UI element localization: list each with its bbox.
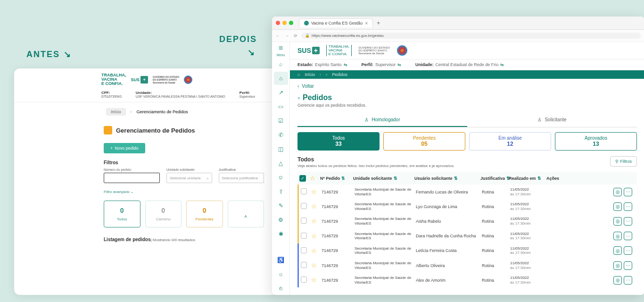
table-row[interactable]: ☆7146729Secretaria Municipal de Saúde de… (297, 258, 637, 273)
filter-num-input[interactable] (104, 173, 160, 183)
menu-icon[interactable]: ≡ (279, 44, 283, 52)
row-checkbox[interactable] (301, 247, 307, 253)
window-controls[interactable] (276, 21, 293, 25)
more-button[interactable]: ⋯ (624, 202, 632, 211)
back-link[interactable]: ‹Voltar (297, 84, 637, 89)
close-tab-icon[interactable]: × (365, 20, 368, 26)
more-button[interactable]: ⋯ (624, 246, 632, 255)
col-date[interactable]: Realizado em⇅ (509, 176, 546, 181)
forward-icon[interactable]: → (285, 34, 289, 38)
browser-tab[interactable]: Vacina e Confia ES Gestão × (299, 18, 373, 27)
col-unid[interactable]: Unidade solicitante⇅ (353, 176, 414, 181)
filter-unid-select[interactable]: Selecione unidade⌕ (166, 173, 212, 183)
edit-icon[interactable]: ✎ (274, 199, 288, 212)
filter-just-select[interactable]: Selecione justificativa (219, 173, 264, 183)
tab-solicitante[interactable]: ♙Solicitante (467, 113, 637, 127)
cube-icon[interactable]: ◫ (274, 143, 288, 156)
more-button[interactable]: ⋯ (624, 276, 632, 285)
table-row[interactable]: ☆7146729Secretaria Municipal de Saúde de… (297, 214, 637, 228)
col-num[interactable]: Nº Pedido⇅ (320, 176, 353, 181)
status-aprovados[interactable]: Aprovados13 (555, 132, 637, 151)
external-link-icon[interactable]: ↗ (274, 86, 288, 99)
row-checkbox[interactable] (301, 233, 307, 239)
user-icon[interactable]: ☺ (274, 171, 288, 184)
logout-icon[interactable]: ⎋ (274, 282, 288, 295)
status-todos[interactable]: Todos33 (297, 132, 380, 151)
search-icon[interactable]: ⌕ (274, 58, 288, 71)
star-icon[interactable]: ☆ (311, 262, 317, 269)
stat-pendentes[interactable]: 0Pendentes (186, 201, 223, 227)
swap-icon[interactable]: ⇆ (344, 62, 347, 67)
new-order-button[interactable]: +Novo pedido (104, 143, 145, 153)
view-button[interactable]: ◎ (613, 261, 622, 270)
star-icon[interactable]: ☆ (310, 175, 315, 182)
star-icon[interactable]: ☆ (311, 247, 317, 254)
star-icon[interactable]: ☆ (311, 277, 317, 284)
view-button[interactable]: ◎ (613, 202, 622, 211)
view-button[interactable]: ◎ (613, 246, 622, 255)
star-icon[interactable]: ☆ (311, 233, 317, 240)
view-button[interactable]: ◎ (613, 188, 622, 196)
view-button[interactable]: ◎ (613, 232, 622, 240)
row-checkbox[interactable] (301, 188, 307, 194)
syringe-icon[interactable]: ✱ (274, 227, 288, 241)
logo-vacina: TRABALHA, VACINA E CONFIA. (101, 73, 126, 86)
stat-partial[interactable]: A (228, 201, 264, 227)
phone-icon[interactable]: ✆ (274, 128, 288, 142)
star-icon[interactable]: ☆ (311, 218, 317, 225)
view-button[interactable]: ◎ (613, 276, 622, 285)
table-row[interactable]: ☆7146729Secretaria Municipal de Saúde de… (297, 199, 637, 214)
breadcrumb-home[interactable]: Início (106, 108, 126, 116)
close-window-icon[interactable] (276, 21, 280, 25)
select-all-checkbox[interactable]: ✓ (299, 175, 306, 182)
table-row[interactable]: ☆7146729Secretaria Municipal de Saúde de… (297, 229, 637, 243)
filters-button[interactable]: ⚲Filtros (610, 156, 637, 167)
breadcrumb-home[interactable]: Início (305, 72, 315, 77)
address-bar[interactable]: 🔒 https://www.vacinaeconfia.es.gov.br/ge… (301, 33, 641, 39)
stat-todos[interactable]: 0Todos (104, 201, 140, 227)
cell-actions: ◎⋯ (548, 202, 635, 211)
lightbulb-icon[interactable]: ☼ (274, 268, 288, 281)
gear-icon[interactable]: ⚙ (274, 213, 288, 226)
breadcrumb-current: Pedidos (332, 72, 347, 77)
lock-icon: 🔒 (305, 34, 310, 38)
accessibility-icon[interactable]: ♿ (274, 253, 288, 267)
swap-icon[interactable]: ⇆ (397, 62, 401, 67)
browser-toolbar: ← → ⟳ 🔒 https://www.vacinaeconfia.es.gov… (272, 30, 644, 42)
back-icon[interactable]: ← (276, 34, 280, 38)
table-row[interactable]: ☆7146729Secretaria Municipal de Saúde de… (297, 185, 637, 199)
more-button[interactable]: ⋯ (624, 217, 632, 226)
warning-icon[interactable]: △ (274, 157, 288, 170)
col-actions: Ações (546, 176, 635, 181)
row-checkbox[interactable] (301, 277, 307, 283)
tab-homologador[interactable]: ♙Homologador (297, 113, 467, 127)
col-just[interactable]: Justificativa⇅ (480, 176, 509, 181)
new-tab-button[interactable]: + (377, 20, 380, 26)
stat-carrinho[interactable]: 0Carrinho (145, 201, 182, 227)
star-icon[interactable]: ☆ (311, 203, 317, 210)
advanced-filter-toggle[interactable]: Filtro avançado ⌄ (14, 188, 278, 201)
upload-icon[interactable]: ⇪ (274, 185, 288, 198)
coat-of-arms-icon (184, 76, 192, 84)
col-usr[interactable]: Usuário solicitante⇅ (414, 176, 480, 181)
swap-icon[interactable]: ⇆ (500, 62, 504, 67)
table-row[interactable]: ☆7146729Secretaria Municipal de Saúde de… (297, 243, 637, 258)
status-analise[interactable]: Em análise12 (469, 132, 551, 151)
row-checkbox[interactable] (301, 218, 307, 224)
more-button[interactable]: ⋯ (624, 261, 632, 270)
more-button[interactable]: ⋯ (624, 188, 632, 196)
calendar-icon[interactable]: ▭ (274, 100, 288, 113)
star-icon[interactable]: ☆ (311, 188, 317, 195)
row-checkbox[interactable] (301, 262, 307, 268)
status-pendentes[interactable]: Pendentes05 (383, 132, 465, 151)
cell-num: 7146729 (322, 234, 355, 238)
reload-icon[interactable]: ⟳ (294, 34, 297, 38)
calendar-check-icon[interactable]: ☑ (274, 114, 288, 127)
more-button[interactable]: ⋯ (624, 232, 632, 240)
row-checkbox[interactable] (301, 203, 307, 209)
maximize-window-icon[interactable] (289, 21, 293, 25)
home-icon[interactable]: ⌂ (274, 72, 288, 85)
table-row[interactable]: ☆7146729Secretaria Municipal de Saúde de… (297, 273, 637, 287)
view-button[interactable]: ◎ (613, 217, 622, 226)
minimize-window-icon[interactable] (282, 21, 287, 25)
